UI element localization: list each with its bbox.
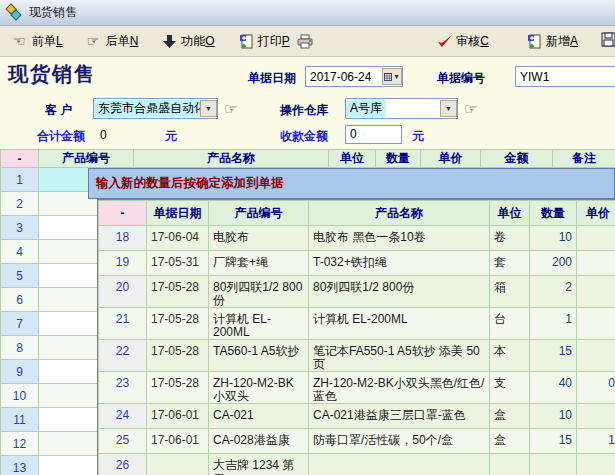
popup-price-cell[interactable] — [577, 276, 615, 308]
popup-no-cell[interactable]: 25 — [99, 429, 147, 454]
customer-dropdown-arrow[interactable]: ▼ — [200, 100, 217, 117]
popup-date-cell[interactable]: 17-06-01 — [147, 404, 209, 429]
save-button[interactable] — [601, 32, 615, 50]
functions-button[interactable]: 功能O — [157, 30, 219, 53]
popup-no-cell[interactable]: 19 — [99, 251, 147, 276]
row-number-cell[interactable]: 13 — [1, 456, 39, 475]
popup-qty-cell[interactable]: 200 — [530, 251, 577, 276]
popup-date-cell[interactable]: 17-05-28 — [147, 308, 209, 340]
popup-price-cell[interactable] — [577, 251, 615, 276]
popup-code-cell[interactable]: CA-021 — [209, 404, 309, 429]
product-history-row[interactable]: 2317-05-28ZH-120-M2-BK小双头ZH-120-M2-BK小双头… — [99, 372, 615, 404]
popup-no-cell[interactable]: 21 — [99, 308, 147, 340]
popup-qty-cell[interactable]: 15 — [530, 429, 577, 454]
popup-name-cell[interactable] — [309, 454, 490, 475]
popup-date-cell[interactable]: 17-06-01 — [147, 429, 209, 454]
popup-qty-cell[interactable]: 15 — [530, 340, 577, 372]
popup-unit-cell[interactable]: 本 — [490, 340, 530, 372]
product-history-row[interactable]: 2017-05-2880列四联1/2 800份80列四联1/2 800份箱2 — [99, 276, 615, 308]
warehouse-lookup-icon[interactable]: ☞ — [464, 98, 477, 119]
popup-unit-cell[interactable]: 台 — [490, 308, 530, 340]
popup-unit-cell[interactable]: 盒 — [490, 429, 530, 454]
popup-price-cell[interactable] — [577, 340, 615, 372]
popup-name-cell[interactable]: 电胶布 黑色一条10卷 — [309, 226, 490, 251]
popup-name-cell[interactable]: 80列四联1/2 800份 — [309, 276, 490, 308]
popup-name-cell[interactable]: 计算机 EL-200ML — [309, 308, 490, 340]
popup-code-cell[interactable]: 80列四联1/2 800份 — [209, 276, 309, 308]
row-number-cell[interactable]: 10 — [1, 384, 39, 408]
popup-qty-cell[interactable] — [530, 454, 577, 475]
product-history-row[interactable]: 2417-06-01CA-021CA-021港益康三层口罩-蓝色盒10 — [99, 404, 615, 429]
popup-no-cell[interactable]: 18 — [99, 226, 147, 251]
popup-name-cell[interactable]: T-032+铁扣绳 — [309, 251, 490, 276]
popup-no-cell[interactable]: 23 — [99, 372, 147, 404]
product-history-row[interactable]: 2217-05-28TA560-1 A5软抄笔记本FA550-1 A5软抄 添美… — [99, 340, 615, 372]
row-number-cell[interactable]: 7 — [1, 312, 39, 336]
product-history-row[interactable]: 1917-05-31厂牌套+绳T-032+铁扣绳套200 — [99, 251, 615, 276]
audit-button[interactable]: 审核C — [432, 30, 494, 53]
popup-date-cell[interactable]: 17-05-31 — [147, 251, 209, 276]
row-number-cell[interactable]: 4 — [1, 240, 39, 264]
popup-name-cell[interactable]: CA-021港益康三层口罩-蓝色 — [309, 404, 490, 429]
popup-code-cell[interactable]: 大吉牌 1234 第二 — [209, 454, 309, 475]
popup-qty-cell[interactable]: 2 — [530, 276, 577, 308]
row-number-cell[interactable]: 9 — [1, 360, 39, 384]
product-history-row[interactable]: 2117-05-28计算机 EL-200ML计算机 EL-200ML台1 — [99, 308, 615, 340]
popup-name-cell[interactable]: 笔记本FA550-1 A5软抄 添美 50页 — [309, 340, 490, 372]
product-history-row[interactable]: 1817-06-04电胶布电胶布 黑色一条10卷卷10 — [99, 226, 615, 251]
popup-unit-cell[interactable]: 套 — [490, 251, 530, 276]
popup-no-cell[interactable]: 26 — [99, 454, 147, 475]
warehouse-combobox[interactable]: A号库 ▼ — [345, 98, 458, 119]
product-history-row[interactable]: 2517-06-01CA-028港益康防毒口罩/活性碳，50个/盒盒151 — [99, 429, 615, 454]
prev-doc-button[interactable]: ☜ 前单L — [8, 30, 68, 53]
popup-no-cell[interactable]: 20 — [99, 276, 147, 308]
customer-lookup-icon[interactable]: ☞ — [224, 98, 237, 119]
row-number-cell[interactable]: 3 — [1, 216, 39, 240]
popup-code-cell[interactable]: ZH-120-M2-BK小双头 — [209, 372, 309, 404]
popup-unit-cell[interactable]: 盒 — [490, 404, 530, 429]
row-number-cell[interactable]: 5 — [1, 264, 39, 288]
popup-no-cell[interactable]: 24 — [99, 404, 147, 429]
receipt-amount-input[interactable]: 0 — [345, 125, 402, 144]
popup-name-cell[interactable]: ZH-120-M2-BK小双头黑色/红色/蓝色 — [309, 372, 490, 404]
popup-qty-cell[interactable]: 10 — [530, 404, 577, 429]
warehouse-dropdown-arrow[interactable]: ▼ — [440, 100, 457, 117]
customer-combobox[interactable]: 东莞市合鼎盛自动化设 ▼ — [93, 98, 218, 119]
popup-date-cell[interactable]: 17-05-28 — [147, 340, 209, 372]
next-doc-button[interactable]: ☞ 后单N — [82, 30, 144, 53]
popup-qty-cell[interactable]: 10 — [530, 226, 577, 251]
popup-code-cell[interactable]: CA-028港益康 — [209, 429, 309, 454]
popup-unit-cell[interactable] — [490, 454, 530, 475]
product-history-row[interactable]: 26大吉牌 1234 第二 — [99, 454, 615, 475]
popup-unit-cell[interactable]: 支 — [490, 372, 530, 404]
popup-code-cell[interactable]: 电胶布 — [209, 226, 309, 251]
popup-code-cell[interactable]: 计算机 EL-200ML — [209, 308, 309, 340]
popup-qty-cell[interactable]: 40 — [530, 372, 577, 404]
popup-name-cell[interactable]: 防毒口罩/活性碳，50个/盒 — [309, 429, 490, 454]
popup-unit-cell[interactable]: 卷 — [490, 226, 530, 251]
row-number-cell[interactable]: 1 — [1, 168, 39, 192]
popup-date-cell[interactable]: 17-06-04 — [147, 226, 209, 251]
row-number-cell[interactable]: 2 — [1, 192, 39, 216]
row-number-cell[interactable]: 11 — [1, 408, 39, 432]
popup-price-cell[interactable] — [577, 404, 615, 429]
popup-code-cell[interactable]: TA560-1 A5软抄 — [209, 340, 309, 372]
popup-date-cell[interactable] — [147, 454, 209, 475]
popup-code-cell[interactable]: 厂牌套+绳 — [209, 251, 309, 276]
row-number-cell[interactable]: 8 — [1, 336, 39, 360]
popup-price-cell[interactable]: 0 — [577, 372, 615, 404]
doc-no-field[interactable]: YIW1 — [515, 66, 615, 87]
popup-date-cell[interactable]: 17-05-28 — [147, 276, 209, 308]
popup-qty-cell[interactable]: 1 — [530, 308, 577, 340]
popup-price-cell[interactable]: 1 — [577, 429, 615, 454]
popup-price-cell[interactable] — [577, 226, 615, 251]
calendar-dropdown-button[interactable]: ▼ — [382, 68, 402, 85]
print-button[interactable]: 打印P — [234, 30, 295, 53]
popup-date-cell[interactable]: 17-05-28 — [147, 372, 209, 404]
doc-date-picker[interactable]: 2017-06-24 ▼ — [305, 66, 403, 87]
printer-button[interactable] — [295, 31, 317, 52]
row-number-cell[interactable]: 12 — [1, 432, 39, 456]
add-new-button[interactable]: 新增A — [522, 30, 583, 53]
popup-price-cell[interactable] — [577, 308, 615, 340]
row-number-cell[interactable]: 6 — [1, 288, 39, 312]
